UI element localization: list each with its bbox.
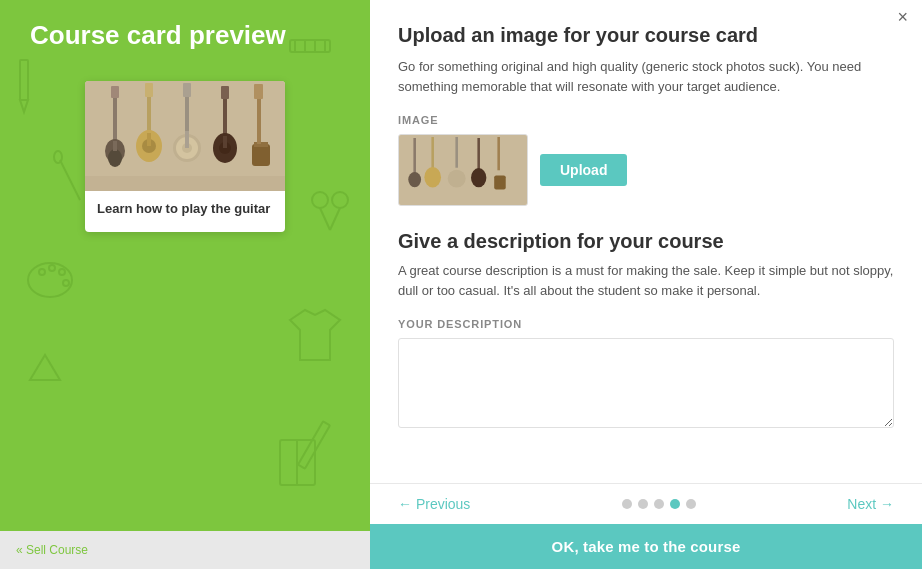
svg-rect-43 xyxy=(223,136,227,148)
cta-button[interactable]: OK, take me to the course xyxy=(370,524,922,569)
svg-point-54 xyxy=(424,167,441,187)
pagination-dots xyxy=(622,499,696,509)
dot-1 xyxy=(622,499,632,509)
svg-line-14 xyxy=(320,208,330,230)
description-textarea[interactable] xyxy=(398,338,894,428)
svg-point-10 xyxy=(59,269,65,275)
svg-rect-49 xyxy=(85,176,285,191)
image-field-label: IMAGE xyxy=(398,114,894,126)
svg-rect-18 xyxy=(280,440,315,485)
course-card-title: Learn how to play the guitar xyxy=(97,201,273,218)
svg-rect-50 xyxy=(399,135,527,205)
dot-4-active xyxy=(670,499,680,509)
svg-point-8 xyxy=(39,269,45,275)
main-container: Course card preview xyxy=(0,0,922,569)
image-section-title: Upload an image for your course card xyxy=(398,24,894,47)
image-preview xyxy=(398,134,528,206)
description-section-desc: A great course description is a must for… xyxy=(398,261,894,300)
svg-point-56 xyxy=(448,170,466,188)
course-card-body: Learn how to play the guitar xyxy=(85,191,285,232)
course-card-preview: Learn how to play the guitar xyxy=(85,81,285,232)
description-section-title: Give a description for your course xyxy=(398,230,894,253)
svg-rect-16 xyxy=(298,421,330,468)
svg-line-20 xyxy=(60,160,80,200)
svg-rect-32 xyxy=(147,133,151,146)
svg-rect-53 xyxy=(431,137,434,169)
svg-rect-34 xyxy=(183,83,191,97)
next-button[interactable]: Next → xyxy=(847,496,894,512)
svg-rect-59 xyxy=(497,137,500,170)
svg-point-13 xyxy=(332,192,348,208)
image-section-desc: Go for something original and high quali… xyxy=(398,57,894,96)
image-row: Upload xyxy=(398,134,894,206)
dot-3 xyxy=(654,499,664,509)
panel-title: Course card preview xyxy=(0,20,370,71)
sell-course-link[interactable]: « Sell Course xyxy=(16,543,88,557)
right-panel: × Upload an image for your course card G… xyxy=(370,0,922,569)
svg-point-21 xyxy=(54,151,62,163)
dot-2 xyxy=(638,499,648,509)
svg-rect-45 xyxy=(254,84,263,99)
svg-marker-17 xyxy=(30,355,60,380)
previous-button[interactable]: ← Previous xyxy=(398,496,470,512)
svg-rect-60 xyxy=(494,175,506,189)
svg-point-58 xyxy=(471,168,486,187)
svg-rect-38 xyxy=(185,131,189,148)
svg-point-52 xyxy=(408,172,421,187)
left-bottom-bar: « Sell Course xyxy=(0,531,370,569)
right-content: Upload an image for your course card Go … xyxy=(370,0,922,483)
description-field-label: YOUR DESCRIPTION xyxy=(398,318,894,330)
dot-5 xyxy=(686,499,696,509)
svg-line-15 xyxy=(330,208,340,230)
svg-point-11 xyxy=(63,280,69,286)
svg-rect-46 xyxy=(252,144,270,166)
svg-rect-24 xyxy=(111,86,119,98)
right-footer: ← Previous Next → xyxy=(370,483,922,524)
svg-marker-1 xyxy=(20,100,28,112)
svg-rect-29 xyxy=(145,83,153,97)
description-section: Give a description for your course A gre… xyxy=(398,230,894,432)
svg-point-7 xyxy=(28,263,72,297)
svg-rect-55 xyxy=(455,137,458,168)
close-button[interactable]: × xyxy=(897,8,908,26)
svg-point-12 xyxy=(312,192,328,208)
svg-rect-27 xyxy=(113,141,117,151)
svg-rect-40 xyxy=(221,86,229,99)
svg-point-26 xyxy=(108,149,122,167)
image-section: Upload an image for your course card Go … xyxy=(398,24,894,206)
course-card-image xyxy=(85,81,285,191)
left-panel: Course card preview xyxy=(0,0,370,569)
upload-button[interactable]: Upload xyxy=(540,154,627,186)
svg-rect-48 xyxy=(257,136,261,144)
svg-point-9 xyxy=(49,265,55,271)
svg-rect-57 xyxy=(477,138,480,170)
svg-rect-51 xyxy=(413,138,416,173)
